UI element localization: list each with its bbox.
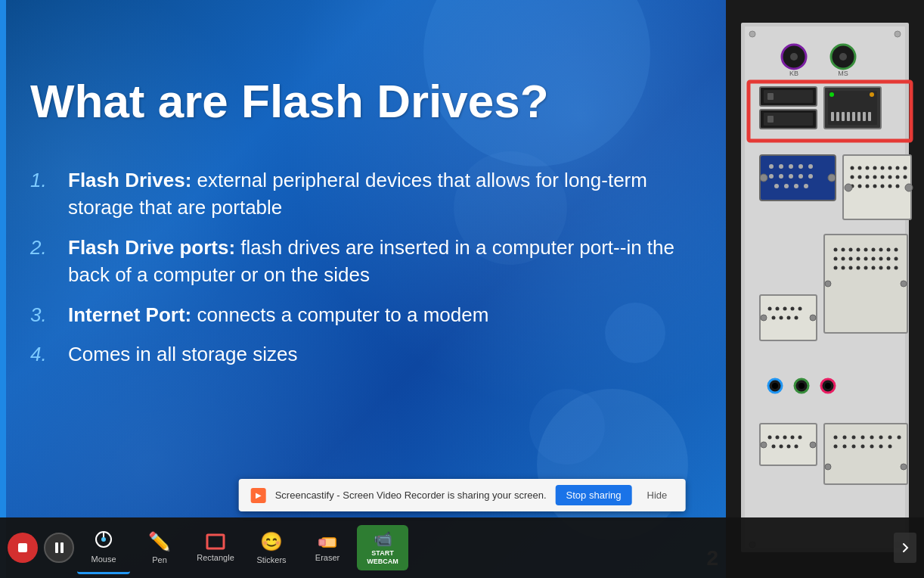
svg-point-58 <box>858 176 862 179</box>
pen-tool-button[interactable]: ✏️ Pen <box>133 521 186 574</box>
svg-rect-15 <box>767 93 774 100</box>
right-panel: KB MS <box>726 0 924 578</box>
svg-point-44 <box>794 184 798 188</box>
svg-point-103 <box>887 257 891 261</box>
svg-point-137 <box>852 436 856 440</box>
svg-point-124 <box>776 436 780 440</box>
svg-point-11 <box>839 53 847 61</box>
svg-point-79 <box>798 307 802 311</box>
svg-point-4 <box>895 31 901 37</box>
svg-point-60 <box>873 176 877 179</box>
svg-point-109 <box>864 266 868 270</box>
svg-point-129 <box>780 445 783 449</box>
svg-point-32 <box>769 164 774 169</box>
svg-point-89 <box>849 248 853 252</box>
svg-point-72 <box>845 184 852 191</box>
svg-point-143 <box>834 445 838 449</box>
hide-button[interactable]: Hide <box>641 486 674 504</box>
eraser-tool-button[interactable]: Eraser <box>301 521 354 574</box>
rectangle-icon <box>206 533 225 550</box>
svg-point-83 <box>795 316 798 320</box>
svg-point-84 <box>761 315 767 321</box>
svg-point-71 <box>896 185 900 188</box>
svg-point-37 <box>769 174 774 179</box>
svg-point-62 <box>888 176 892 179</box>
svg-text:MS: MS <box>838 70 848 77</box>
list-plain-3: connects a computer to a modem <box>197 303 488 326</box>
svg-point-78 <box>791 307 795 311</box>
list-item-4: 4. Comes in all storage sizes <box>30 340 711 368</box>
svg-point-123 <box>768 436 772 440</box>
svg-point-68 <box>873 185 877 188</box>
rectangle-tool-label: Rectangle <box>197 553 234 562</box>
svg-point-97 <box>842 257 845 261</box>
svg-rect-28 <box>868 112 871 121</box>
record-stop-icon <box>18 543 27 552</box>
svg-point-133 <box>810 442 816 448</box>
svg-point-128 <box>772 445 776 449</box>
svg-point-135 <box>834 436 838 440</box>
svg-point-64 <box>904 176 907 179</box>
svg-point-139 <box>870 436 874 440</box>
pen-icon: ✏️ <box>148 531 171 552</box>
svg-point-100 <box>864 257 868 261</box>
list-text-1: Flash Drives: external peripheral device… <box>68 166 711 222</box>
svg-rect-25 <box>852 112 855 121</box>
pen-tool-label: Pen <box>152 555 167 564</box>
slide-title: What are Flash Drives? <box>30 76 549 127</box>
svg-point-113 <box>895 266 898 270</box>
record-button[interactable] <box>8 533 38 563</box>
eraser-tool-label: Eraser <box>315 553 340 562</box>
svg-point-88 <box>842 248 845 252</box>
left-stripe <box>0 0 6 578</box>
stop-sharing-button[interactable]: Stop sharing <box>556 485 632 505</box>
svg-point-115 <box>901 281 907 287</box>
svg-rect-23 <box>842 112 845 121</box>
svg-point-91 <box>864 248 868 252</box>
svg-point-66 <box>858 185 862 188</box>
stickers-tool-label: Stickers <box>256 555 286 564</box>
svg-point-142 <box>898 436 901 440</box>
list-number-3: 3. <box>30 301 68 328</box>
svg-point-95 <box>895 248 898 252</box>
list-item-2: 2. Flash Drive ports: flash drives are i… <box>30 234 711 289</box>
svg-point-69 <box>881 185 885 188</box>
svg-point-80 <box>772 316 776 320</box>
rectangle-tool-button[interactable]: Rectangle <box>189 521 242 574</box>
svg-point-107 <box>849 266 853 270</box>
stickers-tool-button[interactable]: 😊 Stickers <box>245 521 298 574</box>
svg-point-49 <box>851 166 854 170</box>
svg-point-149 <box>888 445 892 449</box>
slide-content: 1. Flash Drives: external peripheral dev… <box>30 166 711 380</box>
svg-point-144 <box>843 445 847 449</box>
svg-point-126 <box>791 436 795 440</box>
expand-toolbar-button[interactable] <box>894 533 916 563</box>
toolbar: Mouse ✏️ Pen Rectangle 😊 Stickers Eraser… <box>0 517 924 578</box>
svg-point-96 <box>834 257 838 261</box>
svg-text:KB: KB <box>789 70 798 77</box>
svg-point-147 <box>870 445 874 449</box>
svg-point-125 <box>783 436 787 440</box>
svg-point-127 <box>798 436 802 440</box>
svg-point-40 <box>798 174 803 179</box>
svg-point-85 <box>810 315 816 321</box>
svg-point-121 <box>825 383 831 389</box>
mouse-tool-button[interactable]: Mouse <box>77 521 130 574</box>
svg-point-131 <box>795 445 798 449</box>
svg-rect-156 <box>207 535 224 548</box>
svg-point-102 <box>879 257 883 261</box>
svg-point-82 <box>787 316 791 320</box>
svg-rect-24 <box>847 112 850 121</box>
svg-point-98 <box>849 257 853 261</box>
svg-rect-122 <box>760 424 817 465</box>
svg-rect-27 <box>863 112 866 121</box>
svg-point-92 <box>872 248 876 252</box>
start-webcam-button[interactable]: 📹 STARTWEBCAM <box>357 525 408 570</box>
ports-image: KB MS <box>726 0 924 578</box>
list-text-4: Comes in all storage sizes <box>68 340 711 368</box>
svg-point-136 <box>843 436 847 440</box>
svg-rect-22 <box>836 112 839 121</box>
svg-point-35 <box>798 164 803 169</box>
screencastify-bar: Screencastify - Screen Video Recorder is… <box>239 479 686 511</box>
pause-button[interactable] <box>44 533 74 563</box>
